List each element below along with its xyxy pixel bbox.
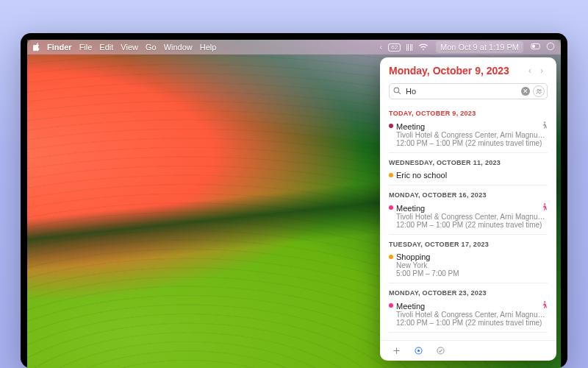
battery-status-icon[interactable]: 62: [388, 43, 401, 52]
view-check-button[interactable]: [434, 345, 446, 357]
search-icon: [393, 85, 401, 98]
wifi-icon[interactable]: [418, 43, 429, 51]
calendar-dot-icon: [389, 303, 393, 308]
view-target-button[interactable]: [412, 345, 424, 357]
event-item[interactable]: MeetingTivoli Hotel & Congress Center, A…: [389, 300, 548, 332]
svg-point-8: [544, 121, 545, 123]
svg-point-7: [539, 89, 541, 91]
tally-icon[interactable]: [406, 44, 412, 51]
event-title: Meeting: [396, 302, 541, 311]
walking-icon: [541, 121, 548, 131]
menu-status-area: ‹ 62 Mon Oct 9 at 1:19 PM: [380, 41, 555, 53]
svg-point-0: [423, 49, 424, 50]
event-time: 12:00 PM – 1:00 PM (22 minutes travel ti…: [396, 319, 548, 327]
section-header: MONDAY, OCTOBER 16, 2023: [389, 185, 548, 202]
svg-point-4: [394, 88, 399, 93]
monitor-frame: Finder File Edit View Go Window Help ‹ 6…: [21, 33, 567, 368]
search-row: ✕: [389, 83, 548, 99]
screen: Finder File Edit View Go Window Help ‹ 6…: [27, 40, 561, 368]
people-filter-button[interactable]: [533, 85, 545, 97]
event-location: Tivoli Hotel & Congress Center, Arni Mag…: [396, 213, 548, 221]
event-title: Meeting: [396, 204, 541, 213]
section-header: WEDNESDAY, OCTOBER 11, 2023: [389, 152, 548, 169]
event-item[interactable]: Eric no school: [389, 169, 548, 185]
section-header: MONDAY, OCTOBER 23, 2023: [389, 283, 548, 300]
walking-icon: [541, 301, 548, 311]
events-scroll-area[interactable]: TODAY, OCTOBER 9, 2023MeetingTivoli Hote…: [380, 104, 556, 340]
event-location: Tivoli Hotel & Congress Center, Arni Mag…: [396, 131, 548, 139]
control-center-icon[interactable]: [531, 43, 540, 52]
menu-file[interactable]: File: [79, 43, 93, 52]
calendar-dot-icon: [389, 255, 393, 259]
apple-menu-icon[interactable]: [33, 43, 41, 52]
walking-icon: [541, 203, 548, 213]
app-name[interactable]: Finder: [47, 43, 72, 52]
section-header: TUESDAY, OCTOBER 17, 2023: [389, 234, 548, 251]
event-title: Shopping: [396, 252, 548, 261]
panel-footer: [380, 340, 556, 361]
svg-point-3: [547, 43, 554, 50]
next-day-button[interactable]: ›: [536, 65, 548, 77]
panel-header: Monday, October 9, 2023 ‹ ›: [380, 57, 556, 81]
event-title: Eric no school: [396, 171, 548, 180]
panel-date-title: Monday, October 9, 2023: [389, 65, 524, 77]
menu-clock[interactable]: Mon Oct 9 at 1:19 PM: [436, 41, 523, 53]
chevron-left-icon[interactable]: ‹: [380, 43, 383, 52]
svg-line-5: [398, 92, 401, 94]
menu-view[interactable]: View: [121, 43, 138, 52]
menu-edit[interactable]: Edit: [99, 43, 113, 52]
event-time: 12:00 PM – 1:00 PM (22 minutes travel ti…: [396, 139, 548, 147]
menu-go[interactable]: Go: [146, 43, 157, 52]
menu-help[interactable]: Help: [200, 43, 217, 52]
calendar-dot-icon: [389, 124, 393, 128]
event-title: Meeting: [396, 122, 541, 131]
event-item[interactable]: MeetingTivoli Hotel & Congress Center, A…: [389, 120, 548, 152]
event-item[interactable]: MeetingTivoli Hotel & Congress Center, A…: [389, 202, 548, 234]
event-location: New York: [396, 261, 548, 269]
calendar-dot-icon: [389, 173, 393, 177]
svg-rect-2: [532, 45, 535, 48]
siri-icon[interactable]: [546, 42, 555, 52]
calendar-dot-icon: [389, 205, 393, 210]
event-location: Tivoli Hotel & Congress Center, Arni Mag…: [396, 311, 548, 319]
svg-point-6: [537, 89, 539, 91]
calendar-widget-panel: Monday, October 9, 2023 ‹ › ✕ TODAY, OCT…: [380, 57, 556, 361]
event-item[interactable]: ShoppingNew York5:00 PM – 7:00 PM: [389, 251, 548, 283]
menu-bar: Finder File Edit View Go Window Help ‹ 6…: [27, 40, 561, 54]
menu-window[interactable]: Window: [164, 43, 193, 52]
add-event-button[interactable]: [390, 345, 402, 357]
svg-point-9: [544, 203, 545, 205]
svg-point-14: [417, 350, 419, 352]
event-time: 5:00 PM – 7:00 PM: [396, 269, 548, 277]
svg-point-10: [544, 301, 545, 302]
event-time: 12:00 PM – 1:00 PM (22 minutes travel ti…: [396, 221, 548, 229]
section-header: TODAY, OCTOBER 9, 2023: [389, 104, 548, 120]
section-header: WEDNESDAY, OCTOBER 25, 2023: [389, 332, 548, 340]
prev-day-button[interactable]: ‹: [524, 65, 536, 77]
clear-search-button[interactable]: ✕: [521, 87, 530, 96]
